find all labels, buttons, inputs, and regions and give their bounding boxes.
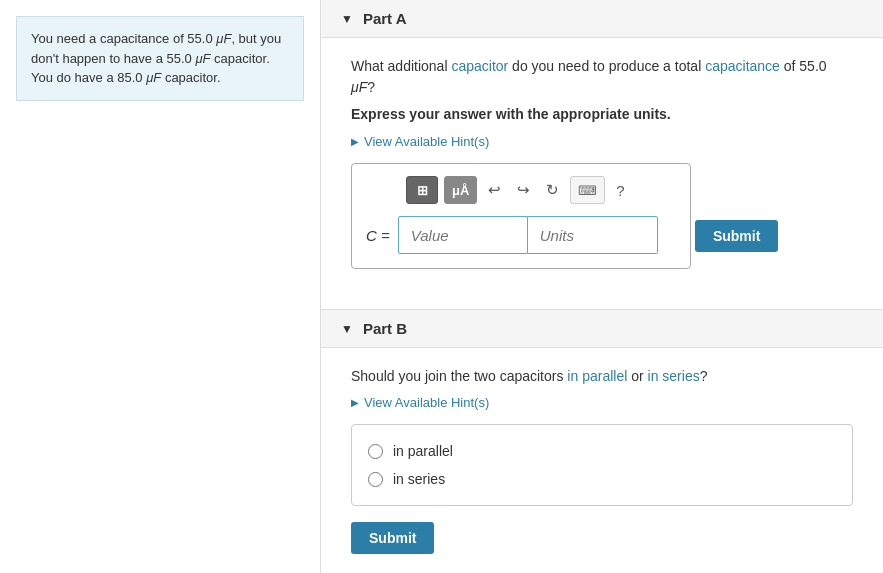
info-box: You need a capacitance of 55.0 μF, but y…: [16, 16, 304, 101]
highlight-capacitor: capacitor: [451, 58, 508, 74]
highlight-parallel: in parallel: [567, 368, 627, 384]
radio-parallel-label: in parallel: [393, 443, 453, 459]
part-a-instruction: Express your answer with the appropriate…: [351, 106, 853, 122]
part-a-hint-link[interactable]: ▶ View Available Hint(s): [351, 134, 853, 149]
part-a-section: ▼ Part A What additional capacitor do yo…: [321, 0, 883, 310]
right-panel: ▼ Part A What additional capacitor do yo…: [320, 0, 883, 573]
units-input[interactable]: [528, 216, 658, 254]
hint-b-arrow-icon: ▶: [351, 397, 359, 408]
toolbar-redo-btn[interactable]: ↪: [512, 176, 535, 204]
part-b-radio-box: in parallel in series: [351, 424, 853, 506]
part-b-question: Should you join the two capacitors in pa…: [351, 366, 853, 387]
highlight-series: in series: [648, 368, 700, 384]
toolbar-refresh-btn[interactable]: ↻: [541, 176, 564, 204]
part-a-content: What additional capacitor do you need to…: [321, 38, 883, 309]
left-panel: You need a capacitance of 55.0 μF, but y…: [0, 0, 320, 573]
highlight-capacitance: capacitance: [705, 58, 780, 74]
toolbar-keyboard-btn[interactable]: ⌨: [570, 176, 605, 204]
part-b-hint-label: View Available Hint(s): [364, 395, 489, 410]
radio-parallel[interactable]: [368, 444, 383, 459]
part-a-collapse-icon[interactable]: ▼: [341, 12, 353, 26]
part-a-submit-button[interactable]: Submit: [695, 220, 778, 252]
part-a-input-box: ⊞ μÅ ↩ ↪ ↻ ⌨ ? C =: [351, 163, 691, 269]
hint-arrow-icon: ▶: [351, 136, 359, 147]
part-b-section: ▼ Part B Should you join the two capacit…: [321, 310, 883, 573]
radio-series-label: in series: [393, 471, 445, 487]
part-a-question: What additional capacitor do you need to…: [351, 56, 853, 98]
toolbar-grid-btn[interactable]: ⊞: [406, 176, 438, 204]
part-b-hint-link[interactable]: ▶ View Available Hint(s): [351, 395, 853, 410]
radio-option-series: in series: [368, 465, 836, 493]
radio-series[interactable]: [368, 472, 383, 487]
part-b-header: ▼ Part B: [321, 310, 883, 348]
part-a-header: ▼ Part A: [321, 0, 883, 38]
toolbar-mu-btn[interactable]: μÅ: [444, 176, 477, 204]
part-b-collapse-icon[interactable]: ▼: [341, 322, 353, 336]
answer-label: C =: [366, 227, 390, 244]
toolbar: ⊞ μÅ ↩ ↪ ↻ ⌨ ?: [366, 176, 676, 204]
answer-row: C =: [366, 216, 676, 254]
part-a-hint-label: View Available Hint(s): [364, 134, 489, 149]
mu-symbol-2: μ: [195, 51, 202, 66]
part-b-content: Should you join the two capacitors in pa…: [321, 348, 883, 573]
part-b-submit-button[interactable]: Submit: [351, 522, 434, 554]
part-b-title: Part B: [363, 320, 407, 337]
toolbar-undo-btn[interactable]: ↩: [483, 176, 506, 204]
toolbar-help-btn[interactable]: ?: [611, 176, 629, 204]
value-input[interactable]: [398, 216, 528, 254]
part-a-title: Part A: [363, 10, 407, 27]
mu-symbol-q: μ: [351, 79, 359, 95]
radio-option-parallel: in parallel: [368, 437, 836, 465]
